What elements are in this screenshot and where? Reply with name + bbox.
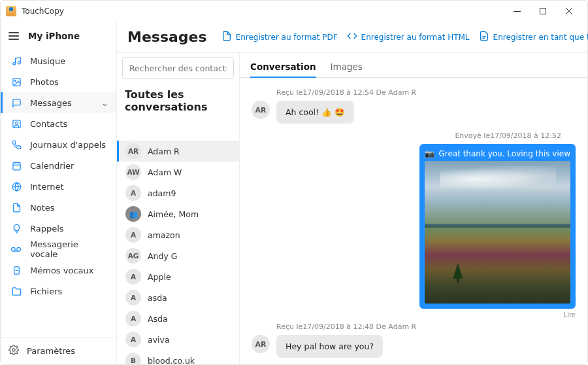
sidebar-item-memo[interactable]: Mémos vocaux: [1, 260, 116, 281]
sidebar-item-label: Rappels: [30, 224, 64, 234]
svg-point-16: [12, 247, 16, 251]
sidebar-item-photo[interactable]: Photos: [1, 71, 116, 92]
toolbar-action-label: Enregistrer au format HTML: [361, 33, 470, 42]
voicemail-icon: [10, 245, 22, 254]
contact-name: Andy G: [148, 251, 177, 261]
read-status: Lire: [419, 311, 576, 319]
contact-item[interactable]: AWAdam W: [117, 162, 239, 182]
messages-panel: ConversationImages Reçu le17/09/2018 à 1…: [240, 53, 587, 364]
message-text: Great thank you. Loving this view: [438, 149, 570, 158]
sidebar-item-calendar[interactable]: Calendrier: [1, 155, 116, 176]
sidebar-item-bulb[interactable]: Rappels: [1, 218, 116, 239]
txt-icon: [479, 31, 489, 43]
contact-item[interactable]: Aaviva: [117, 329, 239, 350]
contact-item[interactable]: AAsda: [117, 308, 239, 329]
contact-item[interactable]: AApple: [117, 266, 239, 287]
tab-images[interactable]: Images: [331, 61, 363, 77]
messages-scroll[interactable]: Reçu le17/09/2018 à 12:54 De Adam R AR A…: [240, 78, 587, 364]
contact-item[interactable]: ARAdam R: [117, 141, 239, 162]
contact-item[interactable]: Aadam9: [117, 182, 239, 203]
svg-point-4: [12, 62, 15, 65]
note-icon: [10, 203, 22, 213]
toolbar-pdf-button[interactable]: Enregistrer au format PDF: [221, 31, 338, 43]
sidebar-item-label: Photos: [30, 77, 59, 87]
sidebar-item-note[interactable]: Notes: [1, 197, 116, 218]
sidebar: My iPhone MusiquePhotosMessages⌄Contacts…: [1, 22, 117, 364]
sidebar-item-label: Contacts: [30, 119, 67, 129]
sidebar-item-music[interactable]: Musique: [1, 50, 116, 71]
sidebar-item-label: Journaux d'appels: [30, 140, 106, 150]
toolbar-txt-button[interactable]: Enregistrer en tant que texte: [479, 31, 588, 43]
message-image[interactable]: [425, 161, 570, 304]
sidebar-item-folder[interactable]: Fichiers: [1, 281, 116, 302]
bulb-icon: [10, 224, 22, 234]
maximize-button[interactable]: [530, 2, 556, 20]
contact-item[interactable]: 👥Aimée, Mom: [117, 203, 239, 224]
calendar-icon: [10, 161, 22, 171]
contacts-header: Toutes les conversations: [117, 83, 239, 120]
message-icon: [10, 98, 22, 108]
sidebar-item-label: Internet: [30, 182, 64, 192]
image-icon: 📷: [425, 149, 434, 158]
avatar: AR: [125, 143, 141, 159]
svg-rect-1: [540, 9, 546, 14]
contact-name: Adam R: [148, 147, 180, 156]
avatar: A: [125, 227, 141, 243]
titlebar: TouchCopy: [1, 1, 587, 22]
page-title: Messages: [127, 29, 207, 45]
gear-icon: [8, 345, 19, 357]
sidebar-item-label: Messages: [30, 98, 72, 108]
svg-point-9: [15, 122, 18, 124]
message-timestamp: Reçu le17/09/2018 à 12:48 De Adam R: [276, 322, 576, 331]
toolbar-html-button[interactable]: Enregistrer au format HTML: [347, 31, 470, 43]
message-text: Ah cool! 👍 🤩: [286, 107, 345, 117]
tab-conversation[interactable]: Conversation: [250, 61, 316, 77]
sidebar-item-label: Mémos vocaux: [30, 266, 93, 275]
minimize-button[interactable]: [504, 2, 530, 20]
search-input[interactable]: [122, 57, 234, 79]
svg-point-5: [18, 61, 20, 64]
contact-name: Aimée, Mom: [148, 209, 199, 219]
sidebar-item-contact[interactable]: Contacts: [1, 113, 116, 134]
contact-item[interactable]: Bblood.co.uk: [117, 350, 239, 364]
avatar: A: [125, 185, 141, 201]
incoming-message-bubble[interactable]: Ah cool! 👍 🤩: [276, 101, 354, 124]
svg-point-21: [12, 349, 15, 351]
hamburger-icon[interactable]: [8, 32, 19, 40]
contact-item[interactable]: AGAndy G: [117, 245, 239, 266]
sidebar-item-message[interactable]: Messages⌄: [1, 92, 116, 113]
incoming-message-bubble[interactable]: Hey pal how are you?: [276, 335, 383, 358]
pdf-icon: [221, 31, 232, 43]
globe-icon: [10, 182, 22, 192]
avatar: B: [125, 353, 141, 364]
contact-item[interactable]: Aamazon: [117, 224, 239, 245]
sidebar-item-voicemail[interactable]: Messagerie vocale: [1, 239, 116, 260]
toolbar: Messages Enregistrer au format PDFEnregi…: [117, 22, 587, 53]
svg-point-7: [14, 80, 16, 81]
toolbar-action-label: Enregistrer en tant que texte: [493, 33, 588, 42]
svg-rect-10: [12, 162, 20, 169]
html-icon: [347, 31, 357, 43]
message-timestamp: Reçu le17/09/2018 à 12:54 De Adam R: [276, 88, 576, 97]
message-text: Hey pal how are you?: [286, 341, 374, 351]
sidebar-item-label: Notes: [30, 203, 55, 213]
contact-name: aviva: [148, 335, 170, 345]
music-icon: [10, 56, 22, 66]
contacts-panel: Toutes les conversations ARAdam RAWAdam …: [117, 53, 240, 364]
sidebar-item-globe[interactable]: Internet: [1, 176, 116, 197]
toolbar-action-label: Enregistrer au format PDF: [236, 33, 338, 42]
avatar: 👥: [125, 206, 141, 222]
avatar: AR: [252, 101, 270, 119]
folder-icon: [10, 287, 22, 296]
app-title: TouchCopy: [22, 7, 64, 16]
settings-button[interactable]: Paramètres: [1, 337, 116, 364]
contact-icon: [10, 119, 22, 129]
photo-icon: [10, 77, 22, 87]
avatar: A: [125, 332, 141, 347]
device-name: My iPhone: [28, 31, 80, 41]
outgoing-image-message[interactable]: 📷 Great thank you. Loving this view: [419, 144, 576, 309]
sidebar-item-phone[interactable]: Journaux d'appels: [1, 134, 116, 155]
close-button[interactable]: [556, 2, 582, 20]
contact-item[interactable]: Aasda: [117, 287, 239, 308]
contact-item[interactable]: [117, 120, 239, 141]
